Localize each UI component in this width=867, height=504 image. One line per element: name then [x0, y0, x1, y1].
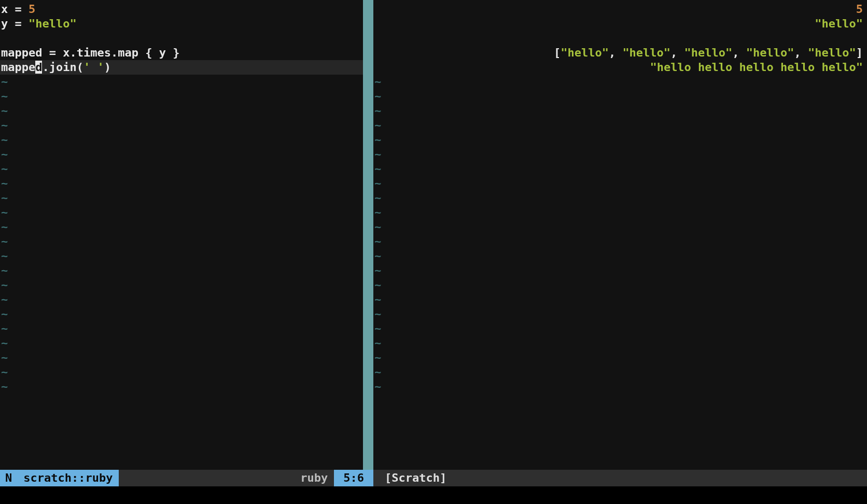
- empty-line-tilde: ~: [373, 133, 867, 147]
- status-bar: N scratch::ruby ruby 5:6 [Scratch]: [0, 470, 867, 486]
- empty-line-tilde: ~: [0, 365, 363, 380]
- code-line[interactable]: x = 5: [0, 2, 363, 17]
- tilde-icon: ~: [1, 293, 8, 306]
- tilde-icon: ~: [1, 119, 8, 132]
- code-token: "hello": [622, 46, 670, 59]
- code-line[interactable]: 5: [373, 2, 867, 17]
- vertical-split-divider[interactable]: [363, 0, 373, 470]
- empty-line-tilde: ~: [0, 118, 363, 133]
- tilde-icon: ~: [1, 206, 8, 219]
- mode-indicator: N: [0, 470, 17, 486]
- empty-line-tilde: ~: [0, 234, 363, 249]
- code-line[interactable]: [373, 31, 867, 46]
- empty-line-tilde: ~: [0, 220, 363, 234]
- code-token: map: [118, 46, 138, 59]
- empty-line-tilde: ~: [0, 133, 363, 147]
- empty-line-tilde: ~: [373, 205, 867, 220]
- tilde-icon: ~: [1, 162, 8, 175]
- tilde-icon: ~: [1, 191, 8, 204]
- code-line[interactable]: "hello hello hello hello hello": [373, 60, 867, 75]
- tilde-icon: ~: [374, 220, 381, 233]
- code-token: ' ': [83, 61, 104, 74]
- empty-line-tilde: ~: [0, 307, 363, 321]
- empty-line-tilde: ~: [373, 220, 867, 234]
- code-line[interactable]: mapped = x.times.map { y }: [0, 46, 363, 60]
- empty-line-tilde: ~: [0, 292, 363, 307]
- tilde-icon: ~: [374, 278, 381, 291]
- code-token: times: [77, 46, 111, 59]
- code-line[interactable]: y = "hello": [0, 17, 363, 31]
- empty-line-tilde: ~: [0, 321, 363, 336]
- empty-line-tilde: ~: [373, 321, 867, 336]
- left-pane[interactable]: x = 5y = "hello"mapped = x.times.map { y…: [0, 0, 363, 470]
- tilde-icon: ~: [1, 322, 8, 335]
- empty-line-tilde: ~: [373, 336, 867, 351]
- tilde-icon: ~: [1, 133, 8, 146]
- code-token: y: [159, 46, 166, 59]
- tilde-icon: ~: [374, 293, 381, 306]
- tilde-icon: ~: [374, 380, 381, 393]
- empty-line-tilde: ~: [0, 336, 363, 351]
- code-token: ,: [732, 46, 746, 59]
- command-line[interactable]: [0, 486, 867, 504]
- tilde-icon: ~: [1, 148, 8, 161]
- empty-line-tilde: ~: [373, 307, 867, 321]
- code-line-current[interactable]: mapped.join(' '): [0, 60, 363, 75]
- tilde-icon: ~: [374, 366, 381, 379]
- scratch-label: [Scratch]: [379, 470, 453, 486]
- tilde-icon: ~: [1, 235, 8, 248]
- code-token: [: [554, 46, 561, 59]
- tilde-icon: ~: [374, 104, 381, 117]
- code-line[interactable]: "hello": [373, 17, 867, 31]
- empty-line-tilde: ~: [373, 162, 867, 176]
- code-token: 5: [29, 3, 35, 16]
- tilde-icon: ~: [1, 307, 8, 320]
- code-token: "hello": [815, 17, 863, 30]
- code-line[interactable]: [0, 31, 363, 46]
- code-token: "hello hello hello hello hello": [650, 61, 863, 74]
- tilde-icon: ~: [1, 249, 8, 262]
- tilde-icon: ~: [1, 90, 8, 103]
- code-token: mapped: [1, 46, 42, 59]
- code-token: =: [8, 17, 29, 30]
- code-token: mappe: [1, 61, 35, 74]
- tilde-icon: ~: [374, 206, 381, 219]
- tilde-icon: ~: [1, 366, 8, 379]
- code-token: d: [35, 61, 42, 74]
- status-gap: [373, 470, 379, 486]
- tilde-icon: ~: [374, 337, 381, 349]
- left-buffer[interactable]: x = 5y = "hello"mapped = x.times.map { y…: [0, 0, 363, 470]
- right-buffer[interactable]: 5"hello"["hello", "hello", "hello", "hel…: [373, 0, 867, 470]
- file-name: scratch::ruby: [17, 470, 119, 486]
- right-pane[interactable]: 5"hello"["hello", "hello", "hello", "hel…: [373, 0, 867, 470]
- cursor-position: 5:6: [334, 470, 373, 486]
- tilde-icon: ~: [374, 264, 381, 277]
- tilde-icon: ~: [1, 104, 8, 117]
- tilde-icon: ~: [374, 351, 381, 364]
- tilde-icon: ~: [374, 191, 381, 204]
- code-token: =: [8, 3, 29, 16]
- code-token: .: [42, 61, 49, 74]
- code-token: "hello": [684, 46, 733, 59]
- code-token: ,: [670, 46, 684, 59]
- tilde-icon: ~: [374, 148, 381, 161]
- tilde-icon: ~: [374, 133, 381, 146]
- code-token: "hello": [29, 17, 77, 30]
- code-token: join: [49, 61, 77, 74]
- code-token: ,: [609, 46, 623, 59]
- empty-line-tilde: ~: [373, 118, 867, 133]
- status-spacer-right: [453, 470, 867, 486]
- code-line[interactable]: ["hello", "hello", "hello", "hello", "he…: [373, 46, 867, 60]
- code-token: y: [1, 17, 8, 30]
- code-token: {: [138, 46, 159, 59]
- tilde-icon: ~: [374, 307, 381, 320]
- tilde-icon: ~: [374, 162, 381, 175]
- code-token: x: [1, 3, 8, 16]
- code-token: ,: [794, 46, 808, 59]
- tilde-icon: ~: [374, 177, 381, 190]
- tilde-icon: ~: [1, 351, 8, 364]
- empty-line-tilde: ~: [373, 365, 867, 380]
- status-right: [Scratch]: [379, 470, 867, 486]
- code-token: .: [111, 46, 118, 59]
- empty-line-tilde: ~: [0, 75, 363, 89]
